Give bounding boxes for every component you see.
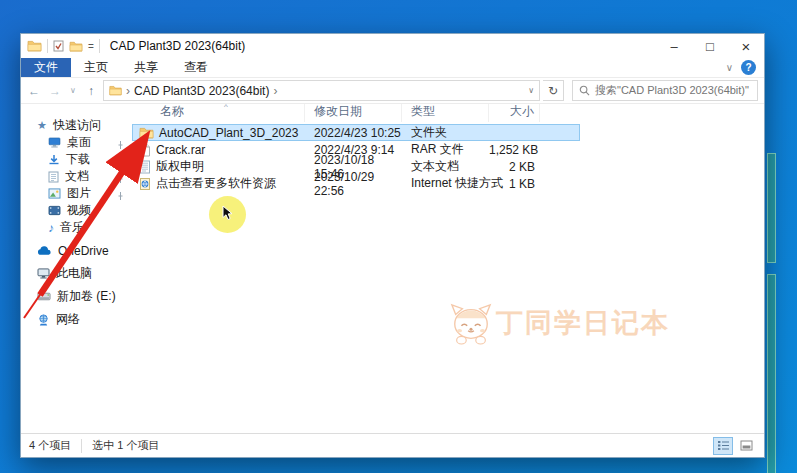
- watermark: 丁同学日记本: [448, 301, 670, 345]
- star-icon: ★: [37, 119, 47, 132]
- file-type: 文本文档: [402, 158, 489, 175]
- refresh-button[interactable]: ↻: [543, 80, 564, 101]
- document-icon: [48, 171, 59, 183]
- pin-icon: [117, 189, 124, 203]
- network-icon: [37, 314, 50, 326]
- file-name: 版权申明: [156, 158, 204, 175]
- file-row-more-software-link[interactable]: 点击查看更多软件资源 2023/10/29 22:56 Internet 快捷方…: [132, 175, 764, 192]
- rar-file-icon: [139, 143, 151, 157]
- desktop-background: = CAD Plant3D 2023(64bit) – □ × 文件 主页 共享…: [0, 0, 797, 473]
- title-bar: = CAD Plant3D 2023(64bit) – □ ×: [21, 34, 764, 58]
- file-name: Crack.rar: [156, 143, 205, 157]
- pin-icon: [117, 155, 124, 169]
- address-input[interactable]: › CAD Plant3D 2023(64bit) › ∨: [103, 80, 540, 101]
- details-view-button[interactable]: [713, 437, 733, 455]
- quick-access-toolbar: =: [21, 34, 106, 58]
- breadcrumb-folder[interactable]: CAD Plant3D 2023(64bit): [134, 84, 269, 98]
- sidebar-item-onedrive[interactable]: OneDrive: [21, 242, 132, 259]
- up-button[interactable]: ↑: [82, 84, 100, 98]
- new-folder-icon[interactable]: [69, 41, 83, 52]
- navigation-pane: ★ 快速访问 桌面 下载 文档: [21, 104, 132, 433]
- properties-icon[interactable]: [53, 40, 64, 52]
- search-icon: [579, 85, 590, 96]
- music-icon: ♪: [48, 221, 54, 235]
- sidebar-item-new-volume-e[interactable]: 新加卷 (E:): [21, 288, 132, 305]
- history-dropdown-icon[interactable]: ∨: [67, 86, 79, 95]
- ribbon-tab-bar: 文件 主页 共享 查看 ∨ ?: [21, 58, 764, 78]
- file-name: AutoCAD_Plant_3D_2023: [159, 126, 298, 140]
- breadcrumb-separator: ›: [126, 84, 130, 98]
- sidebar-item-network[interactable]: 网络: [21, 311, 132, 328]
- large-icons-view-button[interactable]: [736, 437, 756, 455]
- column-header-name[interactable]: 名称: [132, 104, 305, 122]
- close-button[interactable]: ×: [728, 34, 764, 58]
- explorer-window: = CAD Plant3D 2023(64bit) – □ × 文件 主页 共享…: [20, 33, 765, 458]
- file-row-autocad-plant-3d-2023[interactable]: AutoCAD_Plant_3D_2023 2022/4/23 10:25 文件…: [132, 124, 580, 141]
- file-type: Internet 快捷方式: [402, 175, 489, 192]
- video-icon: [48, 205, 61, 216]
- tab-view[interactable]: 查看: [171, 58, 221, 77]
- column-header-size[interactable]: 大小: [489, 104, 540, 122]
- column-header-date[interactable]: 修改日期: [305, 104, 402, 122]
- sidebar-item-documents[interactable]: 文档: [21, 168, 132, 185]
- onedrive-cloud-icon: [37, 246, 52, 256]
- text-file-icon: [139, 160, 151, 174]
- breadcrumb-separator[interactable]: ›: [273, 84, 277, 98]
- file-name: 点击查看更多软件资源: [156, 175, 276, 192]
- window-controls: – □ ×: [656, 34, 764, 58]
- divider: [81, 439, 82, 453]
- pictures-icon: [48, 188, 61, 199]
- status-bar: 4 个项目 选中 1 个项目: [21, 433, 764, 457]
- help-icon[interactable]: ?: [741, 60, 756, 75]
- sidebar-item-this-pc[interactable]: 此电脑: [21, 265, 132, 282]
- details-view-icon: [717, 440, 730, 451]
- sidebar-item-pictures[interactable]: 图片: [21, 185, 132, 202]
- selected-count: 选中 1 个项目: [92, 438, 159, 453]
- forward-button[interactable]: →: [46, 84, 64, 98]
- address-bar: ← → ∨ ↑ › CAD Plant3D 2023(64bit) › ∨ ↻ …: [21, 78, 764, 104]
- back-button[interactable]: ←: [25, 84, 43, 98]
- item-count: 4 个项目: [29, 438, 71, 453]
- explorer-folder-icon: [27, 40, 42, 52]
- large-icons-view-icon: [740, 440, 753, 451]
- file-rows: AutoCAD_Plant_3D_2023 2022/4/23 10:25 文件…: [132, 124, 764, 192]
- sidebar-item-music[interactable]: ♪ 音乐: [21, 219, 132, 236]
- watermark-text: 丁同学日记本: [496, 305, 670, 341]
- internet-shortcut-icon: [139, 177, 151, 191]
- folder-icon: [139, 127, 154, 139]
- file-date: 2022/4/23 10:25: [305, 126, 402, 140]
- download-icon: [48, 154, 60, 166]
- background-window-edge: [767, 153, 776, 263]
- file-type: RAR 文件: [402, 141, 489, 158]
- divider: [99, 39, 100, 53]
- tab-file[interactable]: 文件: [21, 58, 71, 77]
- minimize-button[interactable]: –: [656, 34, 692, 58]
- breadcrumb-folder-icon: [109, 85, 122, 96]
- sidebar-item-downloads[interactable]: 下载: [21, 151, 132, 168]
- tab-share[interactable]: 共享: [121, 58, 171, 77]
- file-size: 1 KB: [489, 177, 540, 191]
- file-row-copyright-notice[interactable]: 版权申明 2023/10/18 15:46 文本文档 2 KB: [132, 158, 764, 175]
- address-dropdown-icon[interactable]: ∨: [528, 86, 534, 95]
- computer-icon: [37, 268, 50, 279]
- file-size: 1,252 KB: [489, 143, 540, 157]
- sidebar-item-desktop[interactable]: 桌面: [21, 134, 132, 151]
- tab-home[interactable]: 主页: [71, 58, 121, 77]
- qat-customize-dropdown[interactable]: =: [88, 41, 94, 52]
- file-date: 2023/10/29 22:56: [305, 170, 402, 198]
- file-type: 文件夹: [402, 124, 489, 141]
- background-window-edge: [767, 274, 776, 473]
- column-header-type[interactable]: 类型: [402, 104, 489, 122]
- drive-icon: [37, 292, 51, 301]
- pin-icon: [117, 138, 124, 152]
- divider: [47, 39, 48, 53]
- search-input[interactable]: 搜索"CAD Plant3D 2023(64bit)": [572, 80, 758, 101]
- sidebar-item-quick-access[interactable]: ★ 快速访问: [21, 117, 132, 134]
- file-row-crack-rar[interactable]: Crack.rar 2022/4/23 9:14 RAR 文件 1,252 KB: [132, 141, 764, 158]
- puppy-icon: [448, 301, 494, 345]
- maximize-button[interactable]: □: [692, 34, 728, 58]
- ribbon-collapse-icon[interactable]: ∨: [726, 62, 733, 73]
- file-size: 2 KB: [489, 160, 540, 174]
- column-headers: ^ 名称 修改日期 类型 大小: [132, 104, 764, 122]
- sidebar-item-videos[interactable]: 视频: [21, 202, 132, 219]
